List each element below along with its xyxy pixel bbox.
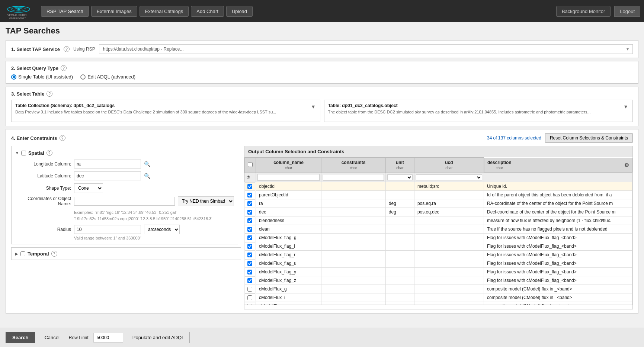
background-monitor-button[interactable]: Background Monitor [556, 6, 611, 17]
temporal-expand-icon[interactable]: ▶ [15, 252, 18, 256]
row-description: Unique id. [484, 182, 632, 191]
examples-text: Examples: 'm81' 'ngc 18' '12.34 34.89' '… [74, 209, 234, 222]
filter-icon: ⚗ [246, 175, 250, 180]
nav-external-images[interactable]: External Images [91, 6, 137, 17]
tap-service-help-icon[interactable]: ? [64, 46, 70, 52]
latitude-input[interactable] [74, 171, 141, 180]
coord-input[interactable] [74, 197, 175, 206]
nav-add-chart[interactable]: Add Chart [191, 6, 224, 17]
radius-label: Radius [15, 227, 71, 232]
populate-adql-button[interactable]: Populate and edit ADQL [127, 332, 190, 343]
tap-service-label: 1. Select TAP Service [11, 46, 60, 52]
tap-service-dropdown[interactable]: https://data.lsst.cloud/api/tap - Replac… [99, 44, 633, 54]
row-ucd [414, 225, 484, 234]
row-constraints [321, 302, 386, 305]
collection-dropdown-btn[interactable]: ▾ [310, 103, 316, 110]
radio-single-table[interactable]: Single Table (UI assisted) [11, 74, 73, 80]
constraints-help-icon[interactable]: ? [60, 135, 65, 141]
query-type-help-icon[interactable]: ? [61, 65, 67, 71]
row-checkbox[interactable] [247, 235, 252, 240]
row-description: Id of the parent object this object has … [484, 191, 632, 199]
table-dropdown-btn[interactable]: ▾ [623, 103, 629, 110]
row-description: Decl-coordinate of the center of the obj… [484, 208, 632, 216]
collection-name: dp01_dc2_catalogs [73, 103, 115, 108]
row-checkbox-cell [245, 285, 255, 293]
radius-unit-select[interactable]: arcseconds arcminutes degrees [144, 225, 180, 234]
try-ned-simbad-dropdown[interactable]: Try NED then Simbad [178, 196, 234, 206]
table-object-title: Table: dp01_dc2_catalogs.object [328, 103, 620, 108]
spatial-checkbox[interactable] [21, 151, 26, 155]
filter-ucd-select[interactable]: meta.id;src pos.eq.ra pos.eq.dec [416, 174, 482, 180]
row-checkbox-cell [245, 234, 255, 242]
latitude-label: Latitude Column: [15, 173, 71, 179]
filter-unit-cell[interactable]: deg [385, 173, 414, 182]
row-name: ra [256, 199, 321, 208]
nav-rsp-tap-search[interactable]: RSP TAP Search [41, 6, 89, 17]
latitude-search-icon[interactable]: 🔍 [144, 173, 150, 179]
table-row: cModelFlux_flag_gFlag for issues with cM… [245, 234, 632, 242]
nav-external-catalogs[interactable]: External Catalogs [140, 6, 189, 17]
row-ucd [414, 251, 484, 259]
select-table-help-icon[interactable]: ? [47, 91, 52, 97]
row-limit-input[interactable] [93, 333, 123, 343]
row-description: Flag for issues with cModelFlux_flag_<ba… [484, 268, 632, 276]
row-checkbox-cell [245, 191, 255, 199]
table-row: cModelFlux_gcomposite model (CModel) flu… [245, 285, 632, 293]
select-table-section: 3. Select Table ? Table Collection (Sche… [6, 87, 638, 126]
filter-name-input[interactable] [257, 174, 320, 181]
cancel-button[interactable]: Cancel [39, 332, 65, 343]
gear-icon[interactable]: ⚙ [624, 162, 629, 168]
row-checkbox[interactable] [247, 210, 252, 215]
row-name: dec [256, 208, 321, 216]
temporal-checkbox[interactable] [20, 251, 25, 256]
svg-text:OBSERVATORY: OBSERVATORY [9, 17, 26, 19]
row-checkbox[interactable] [247, 261, 252, 266]
constraints-header: 4. Enter Constraints ? 34 of 137 columns… [11, 133, 633, 143]
row-ucd [414, 293, 484, 302]
row-unit [385, 251, 414, 259]
select-table-label: 3. Select Table [11, 91, 44, 97]
row-ucd: pos.eq.ra [414, 199, 484, 208]
spatial-expand-icon[interactable]: ▼ [15, 151, 19, 155]
shape-select[interactable]: Cone Box Polygon [74, 183, 103, 193]
longitude-input[interactable] [74, 160, 141, 168]
row-limit-label: Row Limit: [69, 335, 90, 340]
row-checkbox[interactable] [247, 253, 252, 257]
output-table-wrap[interactable]: column_name char constraints char unit c… [244, 157, 632, 305]
filter-ucd-cell[interactable]: meta.id;src pos.eq.ra pos.eq.dec [414, 173, 484, 182]
row-checkbox[interactable] [247, 193, 252, 197]
longitude-search-icon[interactable]: 🔍 [144, 161, 150, 167]
radio-edit-adql[interactable]: Edit ADQL (advanced) [80, 74, 135, 80]
logout-button[interactable]: Logout [614, 6, 640, 17]
table-label: Table: [328, 103, 341, 108]
row-constraints [321, 259, 386, 268]
temporal-help-icon[interactable]: ? [51, 251, 57, 257]
reset-columns-button[interactable]: Reset Column Selections & Constraints [545, 133, 633, 143]
table-row: blendednessmeasure of how flux is affect… [245, 216, 632, 225]
row-checkbox[interactable] [247, 201, 252, 206]
row-checkbox[interactable] [247, 295, 252, 300]
filter-constraints-cell[interactable] [321, 173, 386, 182]
row-checkbox[interactable] [247, 278, 252, 283]
query-type-section: 2. Select Query Type ? Single Table (UI … [6, 61, 638, 84]
spatial-help-icon[interactable]: ? [47, 150, 52, 156]
row-checkbox[interactable] [247, 227, 252, 232]
row-checkbox-cell [245, 276, 255, 285]
svg-point-3 [17, 8, 20, 10]
row-unit: deg [385, 208, 414, 216]
select-all-checkbox[interactable] [248, 162, 253, 167]
query-type-options: Single Table (UI assisted) Edit ADQL (ad… [11, 74, 633, 80]
row-checkbox[interactable] [247, 287, 252, 292]
row-checkbox[interactable] [247, 184, 252, 189]
search-button[interactable]: Search [6, 332, 35, 343]
row-checkbox[interactable] [247, 270, 252, 274]
row-checkbox[interactable] [247, 218, 252, 223]
row-checkbox[interactable] [247, 244, 252, 249]
col-header-constraints: constraints char [321, 158, 386, 173]
nav-upload[interactable]: Upload [226, 6, 253, 17]
horizontal-scrollbar[interactable] [244, 305, 632, 309]
filter-constraints-input[interactable] [323, 174, 384, 181]
filter-name-cell[interactable] [256, 173, 321, 182]
filter-unit-select[interactable]: deg [387, 174, 413, 180]
radius-input[interactable] [74, 225, 141, 234]
